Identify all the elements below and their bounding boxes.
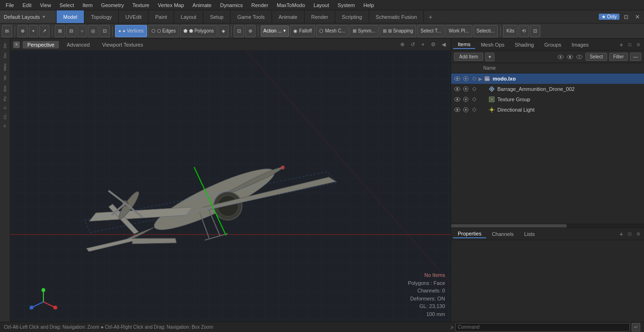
tab-schematic-fusion[interactable]: Schematic Fusion <box>369 10 424 23</box>
panel-expand-btn[interactable]: ⊡ <box>626 41 634 49</box>
viewport-ctrl-collapse[interactable]: ◀ <box>439 40 448 49</box>
item-eye-tg-1[interactable] <box>453 95 462 104</box>
nav-btn-1[interactable]: ⟲ <box>519 25 529 37</box>
menu-vertex-map[interactable]: Vertex Map <box>154 1 188 9</box>
item-expand-icon[interactable]: ▶ <box>479 76 482 81</box>
sidebar-label-cl[interactable]: CL: <box>2 112 8 121</box>
menu-select[interactable]: Select <box>56 1 78 9</box>
cmd-enter-button[interactable]: ↵ <box>632 323 640 332</box>
menu-render[interactable]: Render <box>248 1 272 9</box>
viewport-ctrl-rotate[interactable]: ↺ <box>408 40 417 49</box>
menu-system[interactable]: System <box>334 1 359 9</box>
sidebar-label-ve[interactable]: Ve: <box>2 73 8 82</box>
bottom-panel-settings-btn[interactable]: ⚙ <box>635 230 642 238</box>
layout-icon-btn-2[interactable]: ✕ <box>633 12 642 22</box>
tab-images[interactable]: Images <box>567 41 594 49</box>
tab-render[interactable]: Render <box>305 10 335 23</box>
sidebar-label-de[interactable]: De: <box>2 40 8 50</box>
select-t-button[interactable]: Select T... <box>417 25 445 37</box>
item-row-texture-group[interactable]: Texture Group <box>451 94 644 105</box>
menu-layout[interactable]: Layout <box>310 1 333 9</box>
sidebar-label-f[interactable]: F: <box>2 122 8 129</box>
sidebar-label-po[interactable]: Po: <box>2 94 8 103</box>
item-eye-3[interactable] <box>470 74 479 83</box>
layout-dropdown[interactable]: Default Layouts ▼ <box>0 10 57 23</box>
item-eye-dl-2[interactable] <box>462 105 470 114</box>
add-bottom-tab-button[interactable]: + <box>618 230 625 238</box>
item-row-modo-lxo[interactable]: ▶ lxo modo.lxo <box>451 73 644 84</box>
tab-scripting[interactable]: Scripting <box>335 10 369 23</box>
menu-item[interactable]: Item <box>79 1 96 9</box>
items-scrollbar[interactable] <box>451 224 644 227</box>
menu-view[interactable]: View <box>36 1 55 9</box>
menu-dynamics[interactable]: Dynamics <box>216 1 247 9</box>
item-eye-dl-1[interactable] <box>453 105 462 114</box>
menu-edit[interactable]: Edit <box>19 1 35 9</box>
tab-paint[interactable]: Paint <box>149 10 174 23</box>
item-eye-barrage-2[interactable] <box>462 85 470 93</box>
item-eye-dl-3[interactable] <box>470 105 479 114</box>
select-edges-button[interactable]: ⬡ ⬡ Edges <box>148 25 179 37</box>
work-pl-button[interactable]: Work Pl... <box>446 25 472 37</box>
nav-btn-2[interactable]: ⊡ <box>530 25 540 37</box>
layout-icon-btn-1[interactable]: ⊡ <box>621 12 631 22</box>
falloff-combo[interactable]: ◉ Falloff <box>290 25 315 37</box>
globe-button[interactable]: ⊕ <box>17 25 28 37</box>
snapping-button[interactable]: ⊞ ⊞ Snapping <box>380 25 416 37</box>
viewport-ctrl-home[interactable]: ⊕ <box>398 40 406 49</box>
symmetry-combo[interactable]: ⊠ Symm... <box>349 25 379 37</box>
menu-file[interactable]: File <box>2 1 18 9</box>
tab-lists[interactable]: Lists <box>520 230 540 238</box>
item-eye-tg-3[interactable] <box>470 95 479 104</box>
toggle-btn-2[interactable]: ⊛ <box>245 25 256 37</box>
select-material-button[interactable]: ◈ <box>218 25 229 37</box>
add-tab-button[interactable]: + <box>618 41 625 49</box>
menu-maxtomodo[interactable]: MaxToModo <box>273 1 309 9</box>
panel-settings-btn[interactable]: ⚙ <box>635 41 642 49</box>
mode-button[interactable]: Bi <box>2 25 12 37</box>
move-button[interactable]: ↗ <box>39 25 50 37</box>
tab-setup[interactable]: Setup <box>203 10 231 23</box>
item-eye-1[interactable] <box>453 74 462 83</box>
viewport-ctrl-settings[interactable]: ⚙ <box>429 40 438 49</box>
transform-btn-5[interactable]: ⊡ <box>99 25 110 37</box>
menu-help[interactable]: Help <box>360 1 378 9</box>
add-item-arrow[interactable]: ▼ <box>485 53 495 61</box>
transform-btn-2[interactable]: ⊟ <box>66 25 76 37</box>
viewport-canvas[interactable]: X Z Y No Items Polygons : Face Channels:… <box>10 51 451 322</box>
sidebar-label-mes[interactable]: Mes: <box>2 61 8 73</box>
selecti-button[interactable]: Selecti... <box>473 25 498 37</box>
sidebar-label-du[interactable]: Du: <box>2 50 8 60</box>
tab-advanced[interactable]: Advanced <box>62 41 94 49</box>
item-eye-tg-2[interactable] <box>462 95 470 104</box>
tab-perspective[interactable]: Perspective <box>23 41 59 49</box>
item-eye-barrage-1[interactable] <box>453 85 462 93</box>
tab-game-tools[interactable]: Game Tools <box>231 10 272 23</box>
transform-btn-1[interactable]: ⊞ <box>55 25 65 37</box>
viewport-ctrl-zoom[interactable]: ⌖ <box>419 40 427 49</box>
item-row-barrage[interactable]: Barrage_Ammunition_Drone_002 <box>451 84 644 94</box>
tab-layout[interactable]: Layout <box>174 10 203 23</box>
item-eye-2[interactable] <box>462 74 470 83</box>
tab-channels[interactable]: Channels <box>487 230 518 238</box>
item-row-directional-light[interactable]: Directional Light <box>451 105 644 115</box>
tab-properties[interactable]: Properties <box>453 230 486 238</box>
action-combo[interactable]: Action ... ▼ <box>261 25 289 37</box>
star-badge[interactable]: ★ Only <box>599 14 619 20</box>
tab-model[interactable]: Model <box>57 10 84 23</box>
tab-uvedit[interactable]: UVEdit <box>119 10 149 23</box>
tab-mesh-ops[interactable]: Mesh Ops <box>476 41 509 49</box>
select-polygons-button[interactable]: ⬟ ⬟ Polygons <box>180 25 217 37</box>
transform-btn-3[interactable]: ○ <box>77 25 87 37</box>
menu-animate[interactable]: Animate <box>189 1 215 9</box>
eye-btn-1[interactable] <box>556 53 565 61</box>
tab-shading[interactable]: Shading <box>510 41 538 49</box>
filter-button[interactable]: Filter <box>609 53 628 61</box>
tab-items[interactable]: Items <box>453 40 475 49</box>
mesh-combo[interactable]: ⬡ Mesh C... <box>316 25 348 37</box>
tab-animate[interactable]: Animate <box>272 10 305 23</box>
add-item-button[interactable]: Add Item <box>454 53 483 61</box>
eye-btn-2[interactable] <box>566 53 574 61</box>
tab-groups[interactable]: Groups <box>539 41 566 49</box>
command-input[interactable] <box>455 323 630 332</box>
